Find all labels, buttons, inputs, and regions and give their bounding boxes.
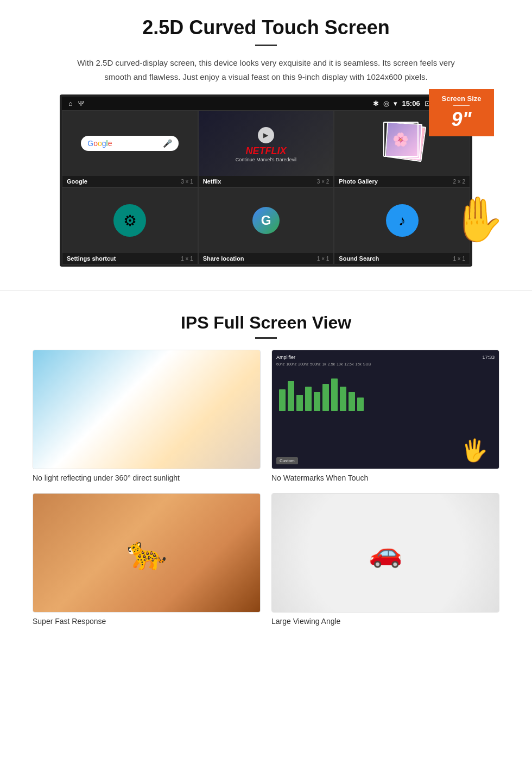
sound-preview: ♪ xyxy=(334,188,470,253)
amp-bar-9 xyxy=(349,392,355,411)
feature-amplifier: Amplifier 17:33 60hz100hz200hz500hz1k2.5… xyxy=(271,350,499,482)
custom-button: Custom xyxy=(276,457,298,464)
status-left: ⌂ Ψ xyxy=(68,99,84,108)
google-app-name: Google xyxy=(67,178,87,185)
mic-icon: 🎤 xyxy=(163,139,172,148)
netflix-app-name: Netflix xyxy=(203,178,221,185)
sound-label-row: Sound Search 1 × 1 xyxy=(334,253,470,264)
share-cell[interactable]: G Share location 1 × 1 xyxy=(198,187,334,264)
play-button[interactable]: ▶ xyxy=(258,127,274,143)
sound-app-name: Sound Search xyxy=(339,255,379,262)
app-grid-row1: Google 🎤 Google 3 × 1 xyxy=(62,110,470,187)
wifi-icon: ▾ xyxy=(394,99,397,108)
google-searchbar[interactable]: Google 🎤 xyxy=(81,136,179,151)
ips-title-underline xyxy=(255,337,277,339)
settings-preview: ⚙ xyxy=(62,188,198,253)
section2-title: IPS Full Screen View xyxy=(33,313,499,333)
amplifier-image: Amplifier 17:33 60hz100hz200hz500hz1k2.5… xyxy=(271,350,499,469)
share-app-size: 1 × 1 xyxy=(317,256,330,262)
netflix-label-row: Netflix 3 × 2 xyxy=(199,176,334,187)
gallery-label-row: Photo Gallery 2 × 2 xyxy=(334,176,470,187)
car-visual: 🚗 xyxy=(272,494,499,612)
sound-app-size: 1 × 1 xyxy=(453,256,465,262)
netflix-cell[interactable]: ▶ NETFLIX Continue Marvel's Daredevil Ne… xyxy=(198,110,334,187)
home-icon: ⌂ xyxy=(68,99,73,108)
sunlight-visual xyxy=(33,350,260,469)
section1-desc: With 2.5D curved-display screen, this de… xyxy=(76,56,456,84)
amplifier-label: No Watermarks When Touch xyxy=(271,474,499,482)
amp-header: Amplifier 17:33 xyxy=(276,355,495,360)
google-preview: Google 🎤 xyxy=(62,111,198,176)
status-time: 15:06 xyxy=(402,99,420,108)
cheetah-label: Super Fast Response xyxy=(33,617,261,626)
share-preview: G xyxy=(199,188,334,253)
share-app-name: Share location xyxy=(203,255,244,262)
touch-hand: 🖐 xyxy=(461,438,488,463)
badge-line xyxy=(453,105,470,106)
flower-photo: 🌸 xyxy=(383,122,419,157)
maps-icon: G xyxy=(252,207,280,234)
status-bar: ⌂ Ψ ✱ ◎ ▾ 15:06 ⊡ ◁) ⊠ ▭ xyxy=(62,97,470,110)
car-label: Large Viewing Angle xyxy=(271,617,499,626)
settings-cell[interactable]: ⚙ Settings shortcut 1 × 1 xyxy=(62,187,198,264)
share-label-row: Share location 1 × 1 xyxy=(199,253,334,264)
settings-app-name: Settings shortcut xyxy=(67,255,116,262)
gallery-app-size: 2 × 2 xyxy=(453,179,465,185)
sunlight-label: No light reflecting under 360° direct su… xyxy=(33,474,261,482)
title-underline xyxy=(255,45,277,46)
google-logo: Google xyxy=(87,139,112,148)
app-grid-row2: ⚙ Settings shortcut 1 × 1 G Share locati… xyxy=(62,187,470,264)
netflix-app-size: 3 × 2 xyxy=(317,179,330,185)
sunlight-image xyxy=(33,350,261,469)
section-divider xyxy=(0,291,532,291)
usb-icon: Ψ xyxy=(78,99,84,108)
amp-bar-1 xyxy=(279,389,286,411)
netflix-logo-text: NETFLIX xyxy=(236,146,296,157)
amplifier-visual: Amplifier 17:33 60hz100hz200hz500hz1k2.5… xyxy=(272,350,499,469)
sound-icon: ♪ xyxy=(386,204,419,237)
screen-badge: Screen Size 9" xyxy=(429,89,494,136)
amp-bar-5 xyxy=(314,392,320,411)
car-image: 🚗 xyxy=(271,493,499,613)
feature-sunlight: No light reflecting under 360° direct su… xyxy=(33,350,261,482)
google-app-size: 3 × 1 xyxy=(181,179,193,185)
location-icon: ◎ xyxy=(383,99,389,108)
amp-bar-2 xyxy=(288,381,294,411)
badge-label: Screen Size xyxy=(436,94,486,103)
feature-grid: No light reflecting under 360° direct su… xyxy=(33,350,499,626)
gallery-app-name: Photo Gallery xyxy=(339,178,378,185)
amp-bar-3 xyxy=(296,395,303,411)
settings-label-row: Settings shortcut 1 × 1 xyxy=(62,253,198,264)
netflix-subtitle: Continue Marvel's Daredevil xyxy=(236,157,296,162)
netflix-preview: ▶ NETFLIX Continue Marvel's Daredevil xyxy=(199,111,334,176)
settings-icon: ⚙ xyxy=(113,204,146,237)
amp-bar-6 xyxy=(322,384,329,411)
cheetah-visual: 🐆 xyxy=(33,494,260,612)
amp-bar-8 xyxy=(340,387,346,411)
google-label-row: Google 3 × 1 xyxy=(62,176,198,187)
amp-bars xyxy=(276,368,495,411)
amp-bar-7 xyxy=(331,379,338,411)
amp-freq-labels: 60hz100hz200hz500hz1k2.5k10k12.5k15kSUB xyxy=(276,362,495,366)
cheetah-image: 🐆 xyxy=(33,493,261,613)
curved-screen-section: 2.5D Curved Touch Screen With 2.5D curve… xyxy=(0,0,532,285)
feature-car: 🚗 Large Viewing Angle xyxy=(271,493,499,626)
amp-bar-4 xyxy=(305,387,312,411)
badge-size: 9" xyxy=(436,108,486,131)
photo-stack: 🌸 xyxy=(381,122,424,165)
device-screen: ⌂ Ψ ✱ ◎ ▾ 15:06 ⊡ ◁) ⊠ ▭ xyxy=(60,94,472,267)
screen-container: Screen Size 9" ⌂ Ψ ✱ ◎ ▾ 15:06 ⊡ ◁) ⊠ xyxy=(60,94,472,267)
settings-app-size: 1 × 1 xyxy=(181,256,193,262)
section1-title: 2.5D Curved Touch Screen xyxy=(33,16,499,39)
bluetooth-icon: ✱ xyxy=(373,99,379,108)
feature-cheetah: 🐆 Super Fast Response xyxy=(33,493,261,626)
netflix-overlay: ▶ NETFLIX Continue Marvel's Daredevil xyxy=(236,125,296,162)
ips-section: IPS Full Screen View No light reflecting… xyxy=(0,297,532,642)
google-cell[interactable]: Google 🎤 Google 3 × 1 xyxy=(62,110,198,187)
sound-cell[interactable]: ♪ Sound Search 1 × 1 xyxy=(334,187,470,264)
amp-bar-10 xyxy=(357,398,364,411)
